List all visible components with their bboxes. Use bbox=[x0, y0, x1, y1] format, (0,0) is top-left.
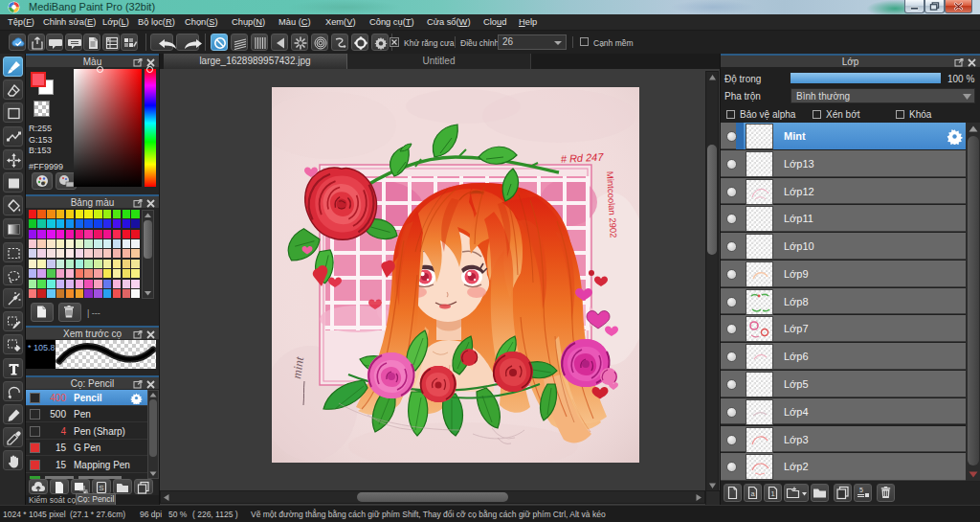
svg-text:# Rd 247: # Rd 247 bbox=[560, 151, 604, 165]
svg-text:5: 5 bbox=[859, 487, 863, 493]
svg-text:1: 1 bbox=[770, 489, 774, 498]
svg-text:a: a bbox=[750, 489, 755, 498]
svg-text:S: S bbox=[99, 484, 103, 492]
